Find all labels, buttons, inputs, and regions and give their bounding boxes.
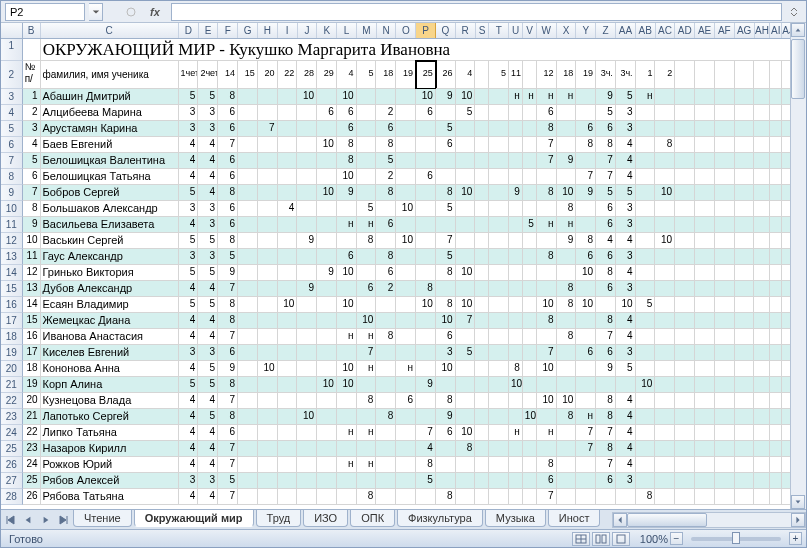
zoom-out-button[interactable]: −	[670, 532, 683, 545]
student-name[interactable]: Рябов Алексей	[41, 473, 179, 489]
cell[interactable]	[715, 409, 735, 425]
grade-cell[interactable]	[523, 329, 537, 345]
row-header-26[interactable]: 26	[1, 457, 23, 473]
grade-cell[interactable]	[278, 153, 298, 169]
grade-cell[interactable]	[655, 281, 675, 297]
grade-cell[interactable]	[655, 153, 675, 169]
grade-cell[interactable]: 6	[436, 137, 456, 153]
grade-cell[interactable]	[436, 377, 456, 393]
grade-cell[interactable]	[297, 121, 317, 137]
header-date-3[interactable]: 15	[238, 61, 258, 89]
cell[interactable]	[735, 217, 755, 233]
grade-cell[interactable]: 9	[297, 233, 317, 249]
cell[interactable]	[735, 361, 755, 377]
grade-cell[interactable]: 5	[436, 201, 456, 217]
grade-cell[interactable]	[489, 425, 509, 441]
grade-cell[interactable]: 6	[317, 105, 337, 121]
grade-cell[interactable]: 4	[179, 457, 199, 473]
cell[interactable]	[754, 153, 770, 169]
grade-cell[interactable]	[475, 409, 489, 425]
grade-cell[interactable]: 5	[179, 377, 199, 393]
grade-cell[interactable]: 6	[537, 473, 557, 489]
grade-cell[interactable]: 7	[218, 281, 238, 297]
grade-cell[interactable]	[396, 105, 416, 121]
grade-cell[interactable]	[523, 169, 537, 185]
grade-cell[interactable]: 3	[616, 281, 636, 297]
grade-cell[interactable]: 8	[537, 121, 557, 137]
row-header-21[interactable]: 21	[1, 377, 23, 393]
grade-cell[interactable]: 6	[596, 121, 616, 137]
cell[interactable]	[715, 249, 735, 265]
column-header-H[interactable]: H	[258, 23, 278, 38]
grade-cell[interactable]	[489, 361, 509, 377]
header-date-25[interactable]: 2	[655, 61, 675, 89]
grade-cell[interactable]: 8	[436, 185, 456, 201]
cell[interactable]	[695, 217, 715, 233]
grade-cell[interactable]: 7	[258, 121, 278, 137]
grade-cell[interactable]	[396, 185, 416, 201]
cell[interactable]	[754, 345, 770, 361]
sheet-tab-4[interactable]: ОПК	[350, 510, 395, 527]
grade-cell[interactable]: 3	[179, 249, 199, 265]
grade-cell[interactable]	[376, 393, 396, 409]
row-header-5[interactable]: 5	[1, 121, 23, 137]
grade-cell[interactable]	[596, 297, 616, 313]
grade-cell[interactable]: 4	[616, 169, 636, 185]
grade-cell[interactable]	[576, 105, 596, 121]
grade-cell[interactable]	[416, 265, 436, 281]
grade-cell[interactable]	[258, 137, 278, 153]
grade-cell[interactable]: 3	[198, 105, 218, 121]
grade-cell[interactable]	[475, 297, 489, 313]
cell[interactable]	[695, 169, 715, 185]
grade-cell[interactable]	[489, 441, 509, 457]
grade-cell[interactable]	[489, 185, 509, 201]
horizontal-scrollbar[interactable]	[612, 512, 806, 528]
grade-cell[interactable]: 4	[198, 169, 218, 185]
row-header-17[interactable]: 17	[1, 313, 23, 329]
grade-cell[interactable]: 4	[198, 329, 218, 345]
grade-cell[interactable]	[456, 329, 476, 345]
grade-cell[interactable]	[258, 457, 278, 473]
grade-cell[interactable]	[475, 441, 489, 457]
grade-cell[interactable]	[376, 201, 396, 217]
grade-cell[interactable]	[416, 361, 436, 377]
grade-cell[interactable]: 9	[416, 377, 436, 393]
cell[interactable]	[695, 329, 715, 345]
grade-cell[interactable]: 8	[376, 185, 396, 201]
grade-cell[interactable]	[675, 457, 695, 473]
grade-cell[interactable]: 8	[218, 297, 238, 313]
student-name[interactable]: Большаков Александр	[41, 201, 179, 217]
grade-cell[interactable]	[297, 153, 317, 169]
grade-cell[interactable]	[655, 169, 675, 185]
view-pagebreak-icon[interactable]	[612, 532, 630, 546]
column-header-W[interactable]: W	[537, 23, 557, 38]
grade-cell[interactable]: 7	[357, 345, 377, 361]
cell[interactable]	[23, 39, 41, 61]
row-num[interactable]: 12	[23, 265, 41, 281]
grade-cell[interactable]: 4	[179, 393, 199, 409]
grade-cell[interactable]	[616, 377, 636, 393]
grade-cell[interactable]	[337, 201, 357, 217]
grade-cell[interactable]: 4	[198, 313, 218, 329]
grade-cell[interactable]	[258, 473, 278, 489]
grade-cell[interactable]: 10	[456, 89, 476, 105]
grade-cell[interactable]	[278, 457, 298, 473]
grade-cell[interactable]: 8	[557, 409, 577, 425]
grade-cell[interactable]: 6	[376, 217, 396, 233]
grade-cell[interactable]	[523, 105, 537, 121]
grade-cell[interactable]	[489, 473, 509, 489]
student-name[interactable]: Васькин Сергей	[41, 233, 179, 249]
grade-cell[interactable]	[238, 169, 258, 185]
row-header-3[interactable]: 3	[1, 89, 23, 105]
cell[interactable]	[735, 137, 755, 153]
grade-cell[interactable]: 7	[596, 169, 616, 185]
grade-cell[interactable]	[489, 201, 509, 217]
tab-nav-next-icon[interactable]	[37, 511, 55, 529]
grade-cell[interactable]: 4	[616, 425, 636, 441]
grade-cell[interactable]	[655, 313, 675, 329]
grade-cell[interactable]: 5	[218, 249, 238, 265]
grade-cell[interactable]: 7	[596, 425, 616, 441]
grade-cell[interactable]	[238, 249, 258, 265]
row-num[interactable]: 13	[23, 281, 41, 297]
grade-cell[interactable]	[655, 265, 675, 281]
